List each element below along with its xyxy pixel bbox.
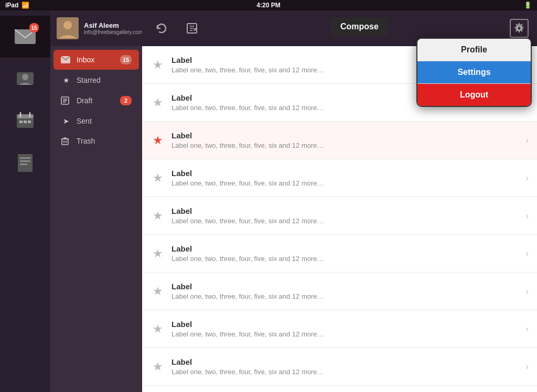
user-email: info@freebiesgallery.com xyxy=(84,29,143,35)
email-item[interactable]: ★LabelLabel one, two, three, four, five,… xyxy=(142,197,537,235)
sidebar-item-draft[interactable]: Draft 2 xyxy=(53,91,139,111)
user-name: Asif Aleem xyxy=(84,21,143,29)
svg-rect-21 xyxy=(62,139,68,145)
svg-point-15 xyxy=(63,21,72,29)
svg-point-2 xyxy=(22,74,28,80)
settings-button[interactable] xyxy=(510,19,529,38)
email-body: LabelLabel one, two, three, four, five, … xyxy=(171,169,522,187)
email-preview: Label one, two, three, four, five, six a… xyxy=(171,179,522,187)
star-empty-icon: ★ xyxy=(153,322,163,336)
chevron-right-icon: › xyxy=(526,287,529,296)
icon-rail: 15 xyxy=(0,10,50,392)
draft-badge: 2 xyxy=(120,96,132,105)
email-item[interactable]: ★LabelLabel one, two, three, four, five,… xyxy=(142,273,537,310)
star-button[interactable]: ★ xyxy=(151,322,165,336)
sidebar-nav: Inbox 15 ★ Starred Draft 2 xyxy=(50,46,142,154)
svg-rect-7 xyxy=(19,121,23,123)
star-button[interactable]: ★ xyxy=(151,171,165,186)
status-bar: iPad 📶 4:20 PM 🔋 xyxy=(0,0,537,10)
email-item[interactable]: ★LabelLabel one, two, three, four, five,… xyxy=(142,348,537,386)
profile-dropdown-item[interactable]: Profile xyxy=(417,39,531,61)
contacts-svg-icon xyxy=(16,69,35,88)
inbox-label: Inbox xyxy=(77,56,94,64)
rail-item-contacts[interactable] xyxy=(0,58,50,100)
compose-icon xyxy=(186,22,198,35)
email-body: LabelLabel one, two, three, four, five, … xyxy=(171,244,522,263)
star-button[interactable]: ★ xyxy=(151,284,165,299)
user-info: Asif Aleem info@freebiesgallery.com xyxy=(84,21,143,35)
rail-item-mail[interactable]: 15 xyxy=(0,16,50,58)
sidebar-item-sent[interactable]: ➤ Sent xyxy=(53,112,139,130)
avatar xyxy=(57,17,79,39)
chevron-right-icon: › xyxy=(526,249,529,258)
email-item[interactable]: ★LabelLabel one, two, three, four, five,… xyxy=(142,159,537,197)
sent-label: Sent xyxy=(77,117,92,125)
inbox-svg-icon xyxy=(61,56,70,63)
mail-badge: 15 xyxy=(29,23,39,32)
settings-dropdown-item[interactable]: Settings xyxy=(417,61,531,84)
email-body: LabelLabel one, two, three, four, five, … xyxy=(171,131,522,149)
chevron-right-icon: › xyxy=(526,362,529,372)
chevron-right-icon: › xyxy=(526,211,529,221)
rail-item-notes[interactable] xyxy=(0,141,50,183)
star-empty-icon: ★ xyxy=(153,96,163,110)
status-left: iPad 📶 xyxy=(5,2,29,9)
email-preview: Label one, two, three, four, five, six a… xyxy=(171,141,522,149)
email-item[interactable]: ★LabelLabel one, two, three, four, five,… xyxy=(142,122,537,159)
svg-rect-9 xyxy=(28,121,31,123)
battery-icon: 🔋 xyxy=(524,2,532,9)
email-label: Label xyxy=(171,282,522,291)
app-container: 15 xyxy=(0,10,537,392)
email-item[interactable]: ★LabelLabel one, two, three, four, five,… xyxy=(142,235,537,273)
logout-dropdown-item[interactable]: Logout xyxy=(417,84,531,106)
star-button[interactable]: ★ xyxy=(151,246,165,261)
draft-label: Draft xyxy=(77,96,92,105)
contacts-icon xyxy=(14,67,37,90)
ipad-label: iPad xyxy=(5,2,18,9)
email-item[interactable]: ★LabelLabel one, two, three, four, five,… xyxy=(142,310,537,348)
notes-svg-icon xyxy=(16,153,35,172)
svg-rect-12 xyxy=(20,160,30,162)
chevron-right-icon: › xyxy=(526,173,529,183)
email-label: Label xyxy=(171,244,522,253)
email-preview: Label one, two, three, four, five, six a… xyxy=(171,330,522,338)
sidebar-item-inbox[interactable]: Inbox 15 xyxy=(53,50,139,70)
svg-rect-13 xyxy=(20,164,27,165)
rail-item-calendar[interactable] xyxy=(0,100,50,141)
sidebar: Asif Aleem info@freebiesgallery.com Inbo… xyxy=(50,10,142,392)
chevron-right-icon: › xyxy=(526,324,529,334)
compose-tooltip-label: Compose xyxy=(340,22,379,31)
star-empty-icon: ★ xyxy=(153,171,163,185)
svg-rect-8 xyxy=(24,121,27,123)
sidebar-item-trash[interactable]: Trash xyxy=(53,132,139,150)
avatar-svg xyxy=(57,17,79,39)
email-preview: Label one, two, three, four, five, six a… xyxy=(171,292,522,300)
avatar-image xyxy=(57,17,79,39)
star-button[interactable]: ★ xyxy=(151,209,165,223)
email-preview: Label one, two, three, four, five, six a… xyxy=(171,255,522,263)
star-button[interactable]: ★ xyxy=(151,360,165,374)
star-empty-icon: ★ xyxy=(153,360,163,374)
email-body: LabelLabel one, two, three, four, five, … xyxy=(171,357,522,376)
refresh-button[interactable] xyxy=(151,17,173,39)
user-header: Asif Aleem info@freebiesgallery.com xyxy=(50,10,142,46)
star-button[interactable]: ★ xyxy=(151,133,165,148)
starred-label: Starred xyxy=(77,76,101,84)
wifi-icon: 📶 xyxy=(22,2,29,9)
star-button[interactable]: ★ xyxy=(151,95,165,110)
main-content: Compose Profile Settings Logout ★LabelLa… xyxy=(142,10,537,392)
inbox-badge: 15 xyxy=(120,55,132,64)
svg-rect-4 xyxy=(17,114,34,118)
mail-rail-icon: 15 xyxy=(14,25,37,48)
trash-svg-icon xyxy=(61,137,69,145)
email-label: Label xyxy=(171,169,522,178)
calendar-icon xyxy=(14,109,37,132)
star-button[interactable]: ★ xyxy=(151,58,165,72)
email-label: Label xyxy=(171,357,522,366)
status-time: 4:20 PM xyxy=(256,2,280,9)
calendar-svg-icon xyxy=(16,111,35,130)
star-empty-icon: ★ xyxy=(153,58,163,72)
compose-button[interactable] xyxy=(181,17,203,39)
svg-rect-10 xyxy=(18,154,33,172)
sidebar-item-starred[interactable]: ★ Starred xyxy=(53,71,139,90)
